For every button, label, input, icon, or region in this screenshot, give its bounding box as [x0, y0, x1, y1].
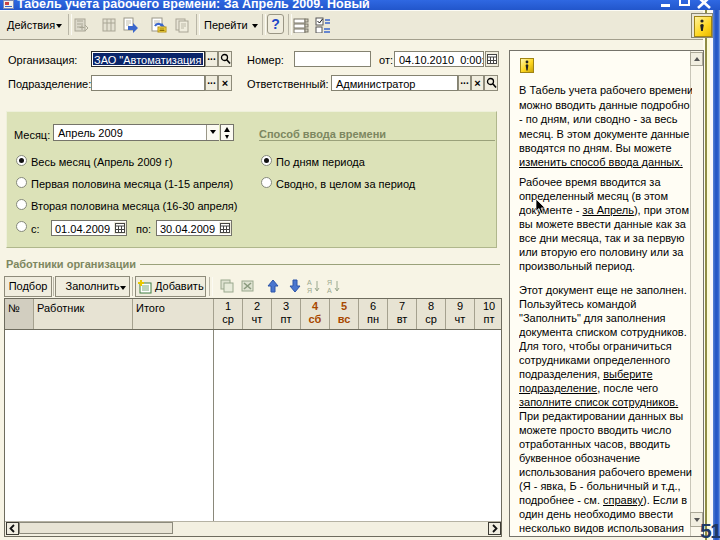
svg-text:А: А	[307, 279, 312, 286]
svg-text:Я: Я	[307, 287, 312, 294]
svg-text:А: А	[327, 287, 332, 294]
svg-text:Я: Я	[327, 279, 332, 286]
